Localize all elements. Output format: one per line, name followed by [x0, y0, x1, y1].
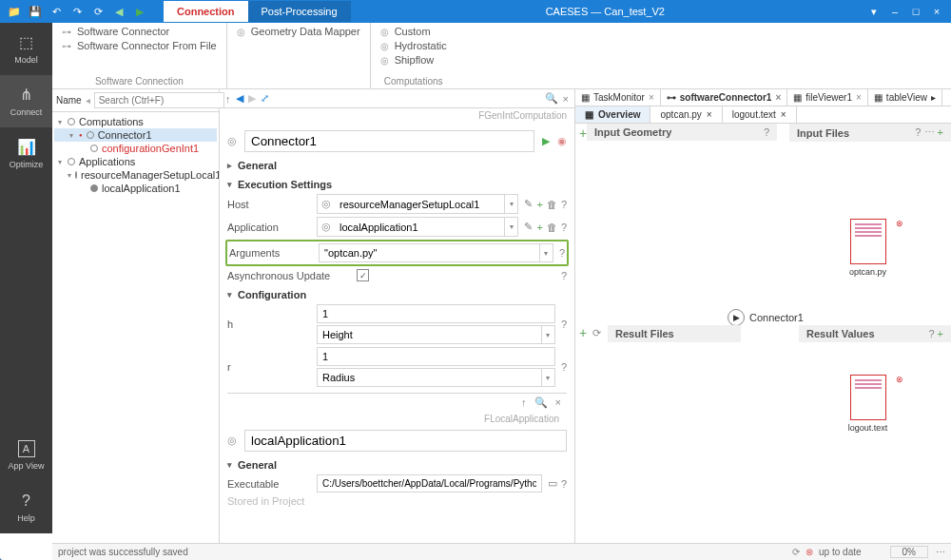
sidebar-app-view[interactable]: AApp View — [0, 429, 52, 481]
ribbon-shipflow[interactable]: ◎Shipflow — [380, 54, 447, 66]
help-icon[interactable]: ? — [561, 319, 567, 330]
ribbon-hydrostatic[interactable]: ◎Hydrostatic — [380, 40, 447, 51]
tree-applications[interactable]: ▾Applications — [54, 155, 217, 168]
local-section-general[interactable]: ▾General — [227, 459, 567, 471]
add-icon[interactable]: + — [579, 126, 587, 141]
top-tab-post-processing[interactable]: Post-Processing — [248, 1, 351, 22]
tree-computations[interactable]: ▾Computations — [54, 115, 217, 128]
tab-table-view[interactable]: ▦tableView▸ — [868, 89, 942, 106]
workspace-canvas[interactable]: + Input Geometry? Input Files? ⋯ + ⊗ opt… — [575, 124, 951, 543]
ribbon-custom[interactable]: ◎Custom — [380, 26, 447, 37]
search-input[interactable] — [94, 92, 224, 108]
window-dropdown-icon[interactable]: ▾ — [864, 6, 884, 18]
executable-input[interactable] — [318, 475, 541, 492]
run-icon[interactable]: ▶ — [542, 135, 550, 147]
search-icon[interactable]: 🔍 — [545, 92, 558, 105]
open-icon[interactable]: 📁 — [4, 0, 25, 23]
sidebar-optimize[interactable]: 📊Optimize — [0, 127, 52, 180]
delete-icon[interactable]: 🗑 — [547, 222, 557, 233]
edit-icon[interactable]: ✎ — [524, 198, 533, 210]
async-checkbox[interactable]: ✓ — [357, 269, 369, 281]
top-tab-connection[interactable]: Connection — [164, 1, 248, 22]
help-icon[interactable]: ? — [559, 247, 565, 259]
ribbon-software-connector-file[interactable]: ⊶Software Connector From File — [62, 40, 217, 51]
tab-task-monitor[interactable]: ▦TaskMonitor× — [575, 89, 661, 106]
search-prev-icon[interactable]: ◂ — [86, 95, 90, 106]
tree-connector1[interactable]: ▾●Connector1 — [54, 128, 217, 142]
refresh-icon[interactable]: ⟳ — [592, 327, 601, 339]
save-icon[interactable]: 💾 — [25, 0, 46, 23]
add-icon[interactable]: + — [579, 325, 587, 340]
delete-icon[interactable]: 🗑 — [547, 199, 557, 210]
local-app-name-input[interactable] — [244, 430, 567, 452]
minimize-icon[interactable]: – — [884, 6, 905, 18]
host-input[interactable] — [335, 195, 504, 213]
chevron-right-icon[interactable]: ▸ — [931, 92, 936, 103]
r-dropdown[interactable]: ▾ — [541, 369, 554, 386]
tree-local-application[interactable]: localApplication1 — [54, 182, 217, 195]
r-desc-input[interactable] — [318, 369, 541, 386]
application-dropdown[interactable]: ▾ — [504, 218, 517, 236]
panel-close-icon[interactable]: × — [555, 396, 561, 409]
close-icon[interactable]: × — [707, 109, 712, 120]
subtab-optcan[interactable]: optcan.py× — [650, 106, 722, 123]
h-dropdown[interactable]: ▾ — [541, 326, 554, 343]
status-refresh-icon[interactable]: ⟳ — [792, 547, 800, 557]
close-icon[interactable]: × — [856, 92, 862, 103]
r-value-input[interactable] — [318, 348, 554, 365]
tab-file-viewer[interactable]: ▦fileViewer1× — [787, 89, 868, 106]
help-icon[interactable]: ? — [561, 478, 567, 490]
stop-icon[interactable]: ◉ — [557, 135, 567, 147]
file-optcan[interactable]: ⊗ optcan.py — [842, 219, 894, 277]
sidebar-help[interactable]: ?Help — [0, 481, 52, 533]
nav-run-icon[interactable]: ▶ — [129, 0, 150, 23]
help-icon[interactable]: ? — [561, 199, 567, 210]
undo-icon[interactable]: ↶ — [46, 0, 67, 23]
object-tree[interactable]: ▾Computations ▾●Connector1 configuration… — [52, 112, 219, 543]
sidebar-connect[interactable]: ⋔Connect — [0, 75, 52, 127]
ribbon-software-connector[interactable]: ⊶Software Connector — [62, 26, 217, 37]
status-stop-icon[interactable]: ⊗ — [805, 547, 813, 557]
sidebar-model[interactable]: ⬚Model — [0, 23, 52, 75]
help-icon[interactable]: ? — [561, 222, 567, 233]
arguments-dropdown[interactable]: ▾ — [539, 244, 553, 261]
panel-close-icon[interactable]: × — [563, 93, 569, 105]
file-delete-icon[interactable]: ⊗ — [896, 219, 903, 228]
object-name-input[interactable] — [244, 130, 534, 152]
close-icon[interactable]: × — [649, 92, 654, 103]
help-icon[interactable]: ? — [561, 270, 567, 281]
section-general[interactable]: ▸General — [227, 160, 567, 171]
add-icon[interactable]: + — [536, 199, 542, 210]
connector-node[interactable]: ▶Connector1 — [728, 309, 804, 326]
section-configuration[interactable]: ▾Configuration — [227, 289, 567, 300]
up-icon[interactable]: ↑ — [521, 396, 527, 409]
host-dropdown[interactable]: ▾ — [504, 195, 517, 213]
tree-resource-manager[interactable]: ▾resourceManagerSetupLocal1 — [54, 168, 217, 182]
add-icon[interactable]: + — [536, 222, 542, 233]
tab-software-connector[interactable]: ⊶softwareConnector1× — [661, 89, 788, 106]
h-desc-input[interactable] — [318, 326, 541, 343]
maximize-icon[interactable]: □ — [905, 6, 926, 18]
refresh-icon[interactable]: ⟳ — [87, 0, 108, 23]
subtab-logout[interactable]: logout.text× — [723, 106, 797, 123]
expand-icon[interactable]: ⤢ — [261, 92, 269, 105]
search-icon[interactable]: 🔍 — [534, 396, 548, 409]
section-execution-settings[interactable]: ▾Execution Settings — [227, 179, 567, 190]
ribbon-geometry-mapper[interactable]: ◎Geometry Data Mapper — [237, 26, 360, 37]
nav-back-icon[interactable]: ◀ — [108, 0, 129, 23]
redo-icon[interactable]: ↷ — [67, 0, 87, 23]
h-value-input[interactable] — [318, 305, 554, 322]
subtab-overview[interactable]: ▦Overview — [575, 106, 650, 123]
file-logout[interactable]: ⊗ logout.text — [842, 375, 894, 433]
help-icon[interactable]: ? — [561, 361, 567, 373]
status-more-icon[interactable]: ⋯ — [936, 547, 945, 557]
browse-icon[interactable]: ▭ — [548, 477, 557, 490]
close-icon[interactable]: × — [775, 92, 781, 103]
arguments-input[interactable] — [320, 244, 539, 261]
file-delete-icon[interactable]: ⊗ — [896, 375, 903, 384]
close-icon[interactable]: × — [781, 109, 786, 120]
nav-next-icon[interactable]: ▶ — [248, 92, 256, 105]
application-input[interactable] — [335, 218, 504, 236]
tree-configuration[interactable]: configurationGenInt1 — [54, 142, 217, 155]
edit-icon[interactable]: ✎ — [524, 221, 533, 233]
